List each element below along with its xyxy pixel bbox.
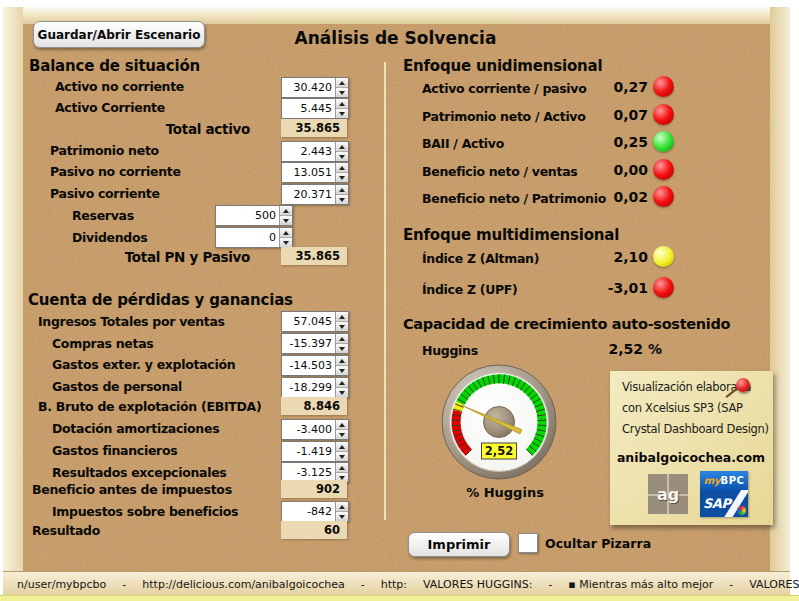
spinner-down-icon[interactable] xyxy=(336,109,348,118)
compras-netas-input[interactable]: -15.397 xyxy=(281,333,349,354)
ticker-bar: n/user/mybpcbo - http://delicious.com/an… xyxy=(3,574,799,594)
spinner-up-icon[interactable] xyxy=(336,312,348,322)
input-value[interactable]: 30.420 xyxy=(282,78,335,97)
spinner-up-icon[interactable] xyxy=(280,228,292,238)
spinner-down-icon[interactable] xyxy=(336,366,348,375)
spinner-up-icon[interactable] xyxy=(336,378,348,388)
gastos-personal-input[interactable]: -18.299 xyxy=(281,377,349,398)
dotacion-amortizaciones-input[interactable]: -3.400 xyxy=(281,419,349,440)
note-line: con Xcelsius SP3 (SAP xyxy=(622,401,743,415)
spinner-buttons[interactable] xyxy=(335,78,348,97)
spinner-up-icon[interactable] xyxy=(280,206,292,216)
spinner-down-icon[interactable] xyxy=(336,195,348,204)
ratio-label: BAII / Activo xyxy=(422,136,504,151)
ticker-separator: - xyxy=(122,578,126,591)
input-value[interactable]: 20.371 xyxy=(282,185,335,204)
input-value[interactable]: -14.503 xyxy=(282,356,335,375)
mybpc-sap-logo: myBPC SAP xyxy=(700,471,748,517)
spinner-down-icon[interactable] xyxy=(336,430,348,439)
patrimonio-neto-input[interactable]: 2.443 xyxy=(281,141,349,162)
spinner-buttons[interactable] xyxy=(335,334,348,353)
bottom-yellow-edge xyxy=(0,595,799,601)
gauge-value: 2,52 xyxy=(485,444,513,458)
impuestos-beneficios-input[interactable]: -842 xyxy=(281,501,349,522)
spinner-up-icon[interactable] xyxy=(336,420,348,430)
status-light xyxy=(653,104,674,125)
huggins-gauge: 2,52 xyxy=(438,361,560,483)
pasivo-no-corriente-input[interactable]: 13.051 xyxy=(281,162,349,183)
spinner-down-icon[interactable] xyxy=(336,452,348,461)
pasivo-corriente-input[interactable]: 20.371 xyxy=(281,184,349,205)
dividendos-input[interactable]: 0 xyxy=(215,227,293,248)
mybpc-logo: myBPC xyxy=(700,471,748,490)
input-value[interactable]: -1.419 xyxy=(282,442,335,461)
spinner-down-icon[interactable] xyxy=(336,152,348,161)
spinner-down-icon[interactable] xyxy=(336,173,348,182)
field-label: Pasivo no corriente xyxy=(50,164,181,179)
spinner-up-icon[interactable] xyxy=(336,185,348,195)
spinner-down-icon[interactable] xyxy=(336,388,348,397)
spinner-buttons[interactable] xyxy=(335,356,348,375)
section-title-balance: Balance de situación xyxy=(29,57,200,75)
spinner-down-icon[interactable] xyxy=(336,88,348,97)
spinner-up-icon[interactable] xyxy=(336,99,348,109)
spinner-buttons[interactable] xyxy=(335,502,348,521)
save-open-scenario-button[interactable]: Guardar/Abrir Escenario xyxy=(33,21,205,48)
gastos-financieros-input[interactable]: -1.419 xyxy=(281,441,349,462)
spinner-up-icon[interactable] xyxy=(336,163,348,173)
spinner-buttons[interactable] xyxy=(279,206,292,225)
spinner-up-icon[interactable] xyxy=(336,78,348,88)
input-value[interactable]: -18.299 xyxy=(282,378,335,397)
input-value[interactable]: 57.045 xyxy=(282,312,335,331)
gastos-exter-input[interactable]: -14.503 xyxy=(281,355,349,376)
spinner-buttons[interactable] xyxy=(335,312,348,331)
input-value[interactable]: 2.443 xyxy=(282,142,335,161)
input-value[interactable]: 13.051 xyxy=(282,163,335,182)
spinner-up-icon[interactable] xyxy=(336,502,348,512)
spinner-up-icon[interactable] xyxy=(336,442,348,452)
print-button[interactable]: Imprimir xyxy=(408,532,510,557)
reservas-input[interactable]: 500 xyxy=(215,205,293,226)
activo-no-corriente-input[interactable]: 30.420 xyxy=(281,77,349,98)
field-label: Pasivo corriente xyxy=(50,186,160,201)
dashboard-stage: Guardar/Abrir Escenario Análisis de Solv… xyxy=(0,0,799,601)
spinner-up-icon[interactable] xyxy=(336,142,348,152)
spinner-buttons[interactable] xyxy=(279,228,292,247)
spinner-down-icon[interactable] xyxy=(336,344,348,353)
spinner-buttons[interactable] xyxy=(335,442,348,461)
spinner-down-icon[interactable] xyxy=(280,216,292,225)
website-label: anibalgoicochea.com xyxy=(612,450,770,465)
field-label: Reservas xyxy=(72,208,134,223)
spinner-up-icon[interactable] xyxy=(336,463,348,473)
spinner-buttons[interactable] xyxy=(335,142,348,161)
ticker-segment: ▪ Mientras más alto mejor xyxy=(568,578,713,591)
spinner-up-icon[interactable] xyxy=(336,356,348,366)
ingresos-ventas-input[interactable]: 57.045 xyxy=(281,311,349,332)
spinner-down-icon[interactable] xyxy=(280,238,292,247)
input-value[interactable]: 5.445 xyxy=(282,99,335,118)
input-value[interactable]: 500 xyxy=(216,206,279,225)
section-title-unidimensional: Enfoque unidimensional xyxy=(403,57,602,75)
ticker-segment: VALORES : xyxy=(749,578,799,591)
ratio-value: 0,00 xyxy=(560,162,648,178)
input-value[interactable]: 0 xyxy=(216,228,279,247)
spinner-buttons[interactable] xyxy=(335,420,348,439)
spinner-buttons[interactable] xyxy=(335,163,348,182)
input-value[interactable]: -842 xyxy=(282,502,335,521)
frame-left xyxy=(3,7,23,595)
spinner-buttons[interactable] xyxy=(335,99,348,118)
spinner-down-icon[interactable] xyxy=(336,512,348,521)
input-value[interactable]: -15.397 xyxy=(282,334,335,353)
field-label: Patrimonio neto xyxy=(50,143,159,158)
spinner-buttons[interactable] xyxy=(335,378,348,397)
total-label: Beneficio antes de impuestos xyxy=(32,482,232,497)
spinner-buttons[interactable] xyxy=(335,185,348,204)
hide-board-checkbox[interactable] xyxy=(518,533,538,553)
status-light xyxy=(653,76,674,97)
spinner-down-icon[interactable] xyxy=(336,322,348,331)
ticker-segment: VALORES HUGGINS: xyxy=(423,578,532,591)
spinner-up-icon[interactable] xyxy=(336,334,348,344)
credits-note xyxy=(610,371,773,525)
input-value[interactable]: -3.400 xyxy=(282,420,335,439)
activo-corriente-input[interactable]: 5.445 xyxy=(281,98,349,119)
